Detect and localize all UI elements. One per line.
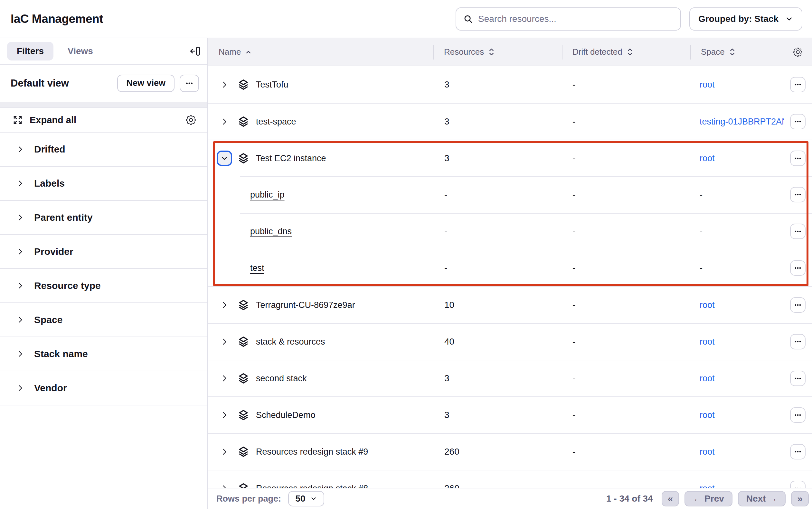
tab-views[interactable]: Views [58, 42, 103, 61]
space-link[interactable]: root [700, 447, 715, 456]
row-expand-button[interactable] [217, 150, 232, 166]
first-page-button[interactable]: « [662, 491, 679, 506]
space-link[interactable]: root [700, 154, 715, 163]
chevron-right-icon [220, 374, 229, 383]
last-page-button[interactable]: » [791, 491, 809, 506]
row-expand-button[interactable] [217, 407, 232, 423]
row-more-button[interactable] [790, 260, 806, 276]
row-expand-button[interactable] [217, 334, 232, 349]
row-more-button[interactable] [790, 444, 806, 460]
filter-section-labels[interactable]: Labels [0, 167, 207, 201]
table-body: TestTofu 3 - root test-space 3 - [208, 66, 812, 488]
row-more-button[interactable] [790, 334, 806, 349]
chevron-right-icon [220, 337, 229, 346]
space-link[interactable]: root [700, 410, 715, 420]
expand-all-button[interactable]: Expand all [13, 115, 76, 126]
stack-name: test-space [256, 117, 296, 127]
rows-per-page-select[interactable]: 50 [288, 491, 324, 506]
stack-icon [237, 78, 250, 91]
chevron-right-icon [220, 301, 229, 309]
stack-icon [237, 152, 250, 164]
table-row: stack & resources 40 - root [208, 323, 812, 360]
stack-name: Resources redesign stack #9 [256, 447, 368, 457]
space-link[interactable]: root [700, 80, 715, 90]
prev-page-button[interactable]: ← Prev [684, 491, 733, 506]
resource-link[interactable]: public_dns [250, 227, 292, 236]
chevron-right-icon [16, 384, 25, 392]
resource-link[interactable]: test [250, 263, 264, 273]
row-expand-button[interactable] [217, 444, 232, 460]
row-more-button[interactable] [790, 77, 806, 92]
row-more-button[interactable] [790, 407, 806, 423]
chevron-right-icon [220, 447, 229, 456]
table-header: Name Resources Drift detected Space [208, 38, 812, 66]
table-row: public_dns - - - [208, 213, 812, 250]
ellipsis-icon [794, 118, 802, 126]
view-more-button[interactable] [180, 75, 199, 92]
column-header-space[interactable]: Space [690, 38, 784, 66]
row-expand-button[interactable] [217, 77, 232, 92]
row-more-button[interactable] [790, 187, 806, 202]
stack-icon [237, 409, 250, 421]
filter-section-stack-name[interactable]: Stack name [0, 337, 207, 371]
row-more-button[interactable] [790, 224, 806, 239]
filter-section-parent-entity[interactable]: Parent entity [0, 201, 207, 235]
space-link[interactable]: root [700, 483, 715, 488]
column-header-drift-detected[interactable]: Drift detected [562, 38, 690, 66]
resources-cell: - [433, 226, 562, 236]
actions-cell [784, 334, 812, 349]
filter-section-drifted[interactable]: Drifted [0, 133, 207, 167]
filter-section-space[interactable]: Space [0, 303, 207, 337]
filter-section-provider[interactable]: Provider [0, 235, 207, 269]
ellipsis-icon [794, 191, 802, 199]
tab-filters[interactable]: Filters [7, 42, 54, 61]
stack-icon [237, 336, 250, 348]
ellipsis-icon [794, 374, 802, 382]
column-header-resources[interactable]: Resources [433, 38, 562, 66]
column-settings-button[interactable] [784, 38, 812, 66]
column-header-name[interactable]: Name [208, 38, 433, 66]
drift-cell: - [562, 410, 690, 420]
row-more-button[interactable] [790, 114, 806, 129]
space-link[interactable]: root [700, 300, 715, 310]
resources-cell: 3 [433, 373, 562, 383]
ellipsis-icon [794, 81, 802, 89]
resource-link[interactable]: public_ip [250, 190, 285, 200]
space-link[interactable]: root [700, 337, 715, 346]
row-expand-button[interactable] [217, 371, 232, 386]
next-page-button[interactable]: Next → [738, 491, 786, 506]
resources-cell: 10 [433, 300, 562, 310]
space-link[interactable]: testing-01JBBRPT2AN [700, 117, 784, 127]
row-more-button[interactable] [790, 150, 806, 166]
space-cell: root [690, 337, 784, 347]
row-expand-button[interactable] [217, 297, 232, 313]
search-input[interactable] [478, 14, 673, 24]
actions-cell [784, 260, 812, 276]
filter-section-resource-type[interactable]: Resource type [0, 269, 207, 303]
grouped-by-button[interactable]: Grouped by: Stack [689, 7, 802, 31]
row-more-button[interactable] [790, 297, 806, 313]
search-box[interactable] [456, 7, 681, 31]
filters-settings-button[interactable] [186, 115, 196, 125]
row-expand-button[interactable] [217, 481, 232, 488]
resources-cell: 3 [433, 153, 562, 164]
table-row: Test EC2 instance 3 - root [208, 140, 812, 176]
new-view-button[interactable]: New view [117, 75, 174, 92]
name-cell: public_dns [208, 227, 433, 236]
grouped-by-label: Grouped by: Stack [699, 14, 779, 24]
actions-cell [784, 187, 812, 202]
space-cell: root [690, 410, 784, 420]
actions-cell [784, 371, 812, 386]
row-more-button[interactable] [790, 481, 806, 488]
filter-section-vendor[interactable]: Vendor [0, 371, 207, 405]
ellipsis-icon [794, 228, 802, 235]
sidebar: Filters Views Default view New view Expa… [0, 38, 208, 509]
sort-icon [627, 47, 633, 56]
stack-name: Resources redesign stack #8 [256, 483, 368, 488]
drift-cell: - [562, 226, 690, 236]
row-expand-button[interactable] [217, 114, 232, 129]
collapse-sidebar-button[interactable] [190, 46, 201, 57]
rows-per-page-value: 50 [295, 494, 305, 504]
row-more-button[interactable] [790, 371, 806, 386]
space-link[interactable]: root [700, 374, 715, 383]
